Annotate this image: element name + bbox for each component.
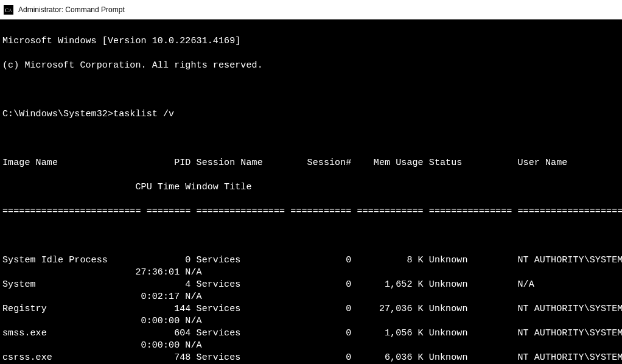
window-titlebar[interactable]: C:\ Administrator: Command Prompt: [0, 0, 622, 19]
table-row-detail: 0:00:00 N/A: [2, 315, 620, 327]
table-row: Registry 144 Services 0 27,036 K Unknown…: [2, 303, 620, 315]
table-row-detail: 0:00:00 N/A: [2, 340, 620, 352]
table-row: smss.exe 604 Services 0 1,056 K Unknown …: [2, 327, 620, 340]
prompt-line: C:\Windows\System32>tasklist /v: [2, 108, 620, 121]
table-row: csrss.exe 748 Services 0 6,036 K Unknown…: [2, 352, 620, 364]
table-row-detail: 27:36:01 N/A: [2, 267, 620, 279]
cmd-icon: C:\: [4, 5, 13, 15]
table-row: System 4 Services 0 1,652 K Unknown N/A: [2, 279, 620, 291]
blank-line: [2, 84, 620, 96]
table-row: System Idle Process 0 Services 0 8 K Unk…: [2, 254, 620, 267]
prompt-path: C:\Windows\System32>: [2, 109, 113, 119]
terminal-output[interactable]: Microsoft Windows [Version 10.0.22631.41…: [0, 19, 622, 364]
separator-line: ========================= ======== =====…: [2, 206, 620, 218]
header-line-2: (c) Microsoft Corporation. All rights re…: [2, 60, 620, 72]
column-header-row-2: CPU Time Window Title: [2, 181, 620, 194]
window-title: Administrator: Command Prompt: [18, 5, 125, 14]
blank-line: [2, 230, 620, 242]
prompt-command: tasklist /v: [113, 109, 174, 119]
table-row-detail: 0:02:17 N/A: [2, 291, 620, 303]
column-header-row-1: Image Name PID Session Name Session# Mem…: [2, 157, 620, 169]
header-line-1: Microsoft Windows [Version 10.0.22631.41…: [2, 35, 620, 47]
blank-line: [2, 133, 620, 145]
svg-text:C:\: C:\: [5, 7, 12, 13]
